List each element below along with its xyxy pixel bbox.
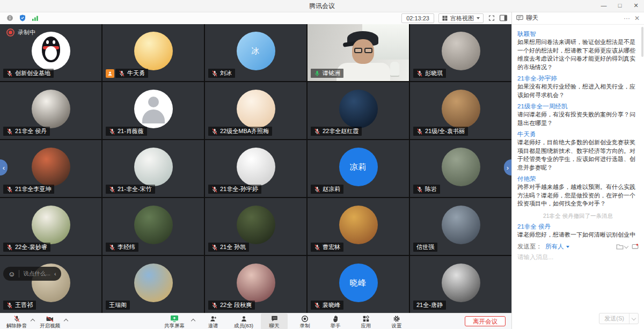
apps-icon [362,315,370,323]
participant-name: 22非全赵红霞 [323,128,358,135]
chat-more-button[interactable]: ··· [624,15,630,21]
participant-tile[interactable]: 陈岩 [410,140,511,197]
maximize-button[interactable]: □ [612,0,628,12]
chat-input[interactable] [512,253,644,261]
participant-name-tag: 22全 段秋爽 [208,301,255,310]
leave-meeting-button[interactable]: 离开会议 [465,316,506,326]
screenshot-icon[interactable] [632,243,639,251]
participant-tile[interactable]: 22非全赵红霞 [308,82,409,139]
quick-chat-bubble[interactable]: ☺说点什么...‹ [3,267,61,281]
chat-close-button[interactable]: ✕ [634,15,640,21]
participant-name: 赵凉莉 [323,186,340,193]
message-sender: 21非全-孙宇婷 [517,75,639,83]
participant-tile[interactable]: 21全-唐静 [410,256,511,313]
security-shield-icon[interactable] [19,14,26,21]
view-mode-dropdown[interactable]: 宫格视图 [438,13,484,23]
participant-tile[interactable]: 22全-裴妙睿 [0,198,101,255]
participant-name: 21非全-孙宇婷 [220,186,258,193]
toolbar-item-label: 开启视频 [40,323,60,328]
close-button[interactable]: ✕ [628,0,644,12]
message-sender: 21非全 侯丹 [517,223,639,231]
chevron-up-icon[interactable] [31,319,35,323]
meeting-info-icon[interactable] [6,14,13,21]
minimize-button[interactable]: — [596,0,612,12]
avatar [134,206,173,244]
share-button[interactable]: 共享屏幕 [161,313,188,329]
participant-name: 21全 孙凯 [220,244,246,251]
participant-name: 21全-唐静 [416,302,443,309]
participant-tile[interactable]: 凉莉赵凉莉 [308,140,409,197]
participant-tile[interactable]: 王晋祁☺说点什么...‹ [0,256,101,313]
mute-button[interactable]: 解除静音 [3,313,30,329]
avatar [134,148,173,186]
participant-tile[interactable]: 21级/全-袁书丽 [410,82,511,139]
members-button[interactable]: 成员(83) [230,313,257,329]
send-to-dropdown[interactable]: 所有人 [545,243,569,251]
participant-tile[interactable]: 22级全MBA齐照梅 [205,82,306,139]
avatar [442,264,480,302]
avatar [442,148,480,186]
avatar [237,264,275,302]
participant-name: 李经纬 [118,244,135,251]
participant-tile[interactable]: 21-肖薇薇 [103,82,204,139]
message-text: 谭老师您好，想请教一下如何清晰识别创业中的试错成本与沉没成本？如何减少沉没成本对… [517,231,639,239]
mic-muted-icon [314,302,320,309]
settings-button[interactable]: 设置 [383,313,410,329]
participant-tile[interactable]: 21非全 侯丹 [0,82,101,139]
participant-tile[interactable]: 冰刘冰 [205,24,306,81]
mic-muted-icon [211,186,218,193]
side-panel-toggle-icon[interactable] [500,14,507,21]
mic-off-icon [13,315,20,323]
avatar [237,148,275,186]
meeting-toolbar: 02:13:23 宫格视图 [0,12,511,24]
grid-view-icon [442,16,448,21]
participant-name-tag: 21非全-孙宇婷 [208,185,261,194]
apps-button[interactable]: 应用 [353,313,379,329]
message-sender: 付艳荣 [517,175,639,183]
participant-tile[interactable]: 晓峰裴晓峰 [308,256,409,313]
hand-button[interactable]: 举手 [322,313,349,329]
avatar [442,206,480,244]
video-button[interactable]: 开启视频 [36,313,63,329]
participant-tile[interactable]: 牛天勇 [103,24,204,81]
record-button[interactable]: 录制 [291,313,318,329]
send-to-label: 发送至： [517,243,542,251]
chat-icon [270,315,279,323]
avatar: 晓峰 [339,264,378,302]
participant-tile[interactable]: 曹宏林 [308,198,409,255]
participant-name-tag: 21非全李亚坤 [3,185,54,194]
chat-button[interactable]: 聊天 [261,313,288,329]
avatar [339,90,378,128]
participant-tile[interactable]: 谭铭洲 [308,24,409,81]
chat-history-icon[interactable] [616,244,628,250]
toolbar-item-label: 应用 [361,323,371,328]
participant-tile[interactable]: 22全 段秋爽 [205,256,306,313]
collapse-arrow-icon[interactable]: ‹ [54,270,56,277]
send-button[interactable]: 发送(S) [599,313,639,324]
chevron-up-icon[interactable] [191,319,195,323]
network-signal-icon[interactable] [32,15,39,21]
mic-muted-icon [109,128,115,135]
participant-tile[interactable]: 21非全李亚坤 [0,140,101,197]
toolbar-item-label: 举手 [331,323,341,328]
participant-name: 刘冰 [220,70,232,77]
members-icon [240,315,247,323]
invite-button[interactable]: 邀请 [200,313,226,329]
participant-tile[interactable]: 21全 孙凯 [205,198,306,255]
mic-muted-icon [416,70,423,77]
participant-name: 谭铭洲 [323,70,340,77]
participant-tile[interactable]: 21-非全-宋竹 [103,140,204,197]
participant-tile[interactable]: 信世强 [410,198,511,255]
participant-tile[interactable]: 李经纬 [103,198,204,255]
toolbar-item-label: 聊天 [269,323,280,328]
fullscreen-icon[interactable] [488,14,495,21]
chevron-up-icon[interactable] [64,319,68,323]
participant-tile[interactable]: 21非全-孙宇婷 [205,140,306,197]
send-options-caret[interactable] [630,313,638,324]
chat-scrollbar[interactable] [641,27,643,57]
chat-header: 聊天 ··· ✕ [512,12,644,25]
participant-tile[interactable]: 彭晓琪 [410,24,511,81]
message-sender: 耿颖智 [517,30,639,38]
participant-name-tag: 彭晓琪 [413,69,446,78]
participant-tile[interactable]: 王瑞阁 [103,256,204,313]
